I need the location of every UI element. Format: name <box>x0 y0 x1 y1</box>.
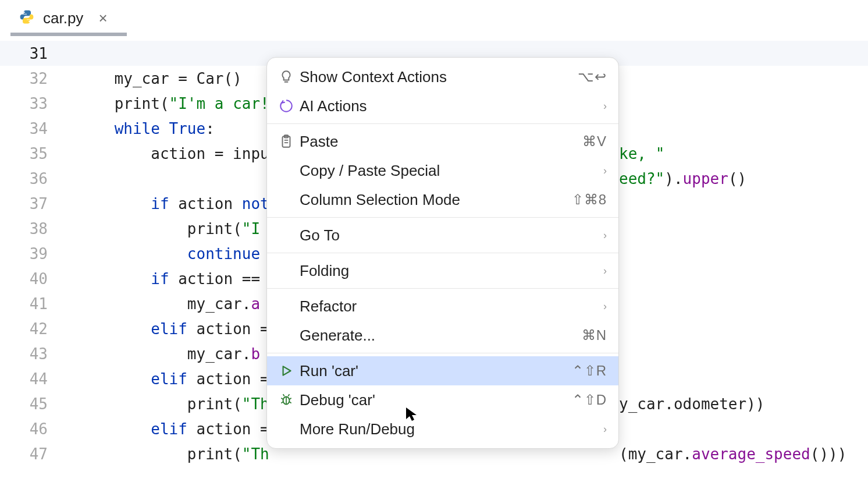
menu-label: Go To <box>300 226 597 244</box>
menu-item-go-to[interactable]: Go To› <box>267 221 618 250</box>
line-number: 42 <box>0 316 76 341</box>
bug-icon <box>276 392 296 407</box>
menu-label: Refactor <box>300 297 597 316</box>
menu-item-column-selection-mode[interactable]: Column Selection Mode⇧⌘8 <box>267 185 618 214</box>
menu-label: More Run/Debug <box>300 420 597 438</box>
chevron-right-icon: › <box>603 423 607 435</box>
menu-label: Generate... <box>300 327 582 345</box>
tab-car-py[interactable]: car.py × <box>10 0 116 36</box>
python-file-icon <box>19 9 35 27</box>
menu-shortcut: ⇧⌘8 <box>572 192 607 208</box>
menu-item-generate[interactable]: Generate...⌘N <box>267 321 618 350</box>
menu-separator <box>267 353 618 353</box>
line-number: 38 <box>0 216 76 241</box>
menu-label: Column Selection Mode <box>300 191 572 209</box>
menu-label: AI Actions <box>300 97 597 115</box>
menu-item-refactor[interactable]: Refactor› <box>267 292 618 321</box>
line-number: 37 <box>0 191 76 216</box>
menu-shortcut: ⌃⇧R <box>572 363 607 379</box>
svg-point-0 <box>23 12 24 13</box>
menu-item-paste[interactable]: Paste⌘V <box>267 127 618 156</box>
line-number: 44 <box>0 366 76 391</box>
menu-separator <box>267 123 618 124</box>
line-number: 47 <box>0 441 76 466</box>
line-number: 36 <box>0 166 76 191</box>
menu-item-debug-car[interactable]: Debug 'car'⌃⇧D <box>267 385 618 414</box>
close-icon[interactable]: × <box>98 9 107 27</box>
line-number: 32 <box>0 66 76 91</box>
menu-label: Copy / Paste Special <box>300 162 597 180</box>
menu-shortcut: ⌘N <box>582 327 607 343</box>
line-number: 31 <box>0 41 76 66</box>
menu-item-copy-paste-special[interactable]: Copy / Paste Special› <box>267 156 618 185</box>
line-number: 34 <box>0 116 76 141</box>
menu-separator <box>267 288 618 289</box>
menu-shortcut: ⌘V <box>582 133 607 150</box>
menu-separator <box>267 253 618 253</box>
ai-icon <box>276 98 296 114</box>
chevron-right-icon: › <box>603 100 607 112</box>
line-number: 40 <box>0 266 76 291</box>
menu-label: Debug 'car' <box>300 391 572 409</box>
context-menu: Show Context Actions⌥↩AI Actions›Paste⌘V… <box>266 57 619 449</box>
line-number: 46 <box>0 416 76 441</box>
svg-point-1 <box>29 21 30 22</box>
menu-separator <box>267 217 618 218</box>
menu-item-folding[interactable]: Folding› <box>267 256 618 285</box>
chevron-right-icon: › <box>603 265 607 277</box>
lightbulb-icon <box>276 69 296 84</box>
menu-item-show-context-actions[interactable]: Show Context Actions⌥↩ <box>267 62 618 91</box>
menu-label: Run 'car' <box>300 362 572 380</box>
line-number: 45 <box>0 391 76 416</box>
line-number: 43 <box>0 341 76 366</box>
chevron-right-icon: › <box>603 165 607 177</box>
play-icon <box>276 363 296 378</box>
tab-bar: car.py × <box>0 0 868 36</box>
chevron-right-icon: › <box>603 300 607 313</box>
line-number: 39 <box>0 241 76 266</box>
cursor-icon <box>405 406 418 426</box>
menu-label: Folding <box>300 262 597 280</box>
gutter: 3132333435363738394041424344454647 <box>0 36 76 482</box>
menu-shortcut: ⌥↩ <box>578 69 607 85</box>
tab-label: car.py <box>43 9 83 27</box>
menu-item-ai-actions[interactable]: AI Actions› <box>267 91 618 120</box>
menu-shortcut: ⌃⇧D <box>572 392 607 408</box>
menu-item-more-run-debug[interactable]: More Run/Debug› <box>267 414 618 444</box>
menu-label: Show Context Actions <box>300 68 578 86</box>
line-number: 41 <box>0 291 76 316</box>
line-number: 33 <box>0 91 76 116</box>
menu-item-run-car[interactable]: Run 'car'⌃⇧R <box>267 356 618 385</box>
clipboard-icon <box>276 134 296 149</box>
chevron-right-icon: › <box>603 229 607 242</box>
line-number: 35 <box>0 141 76 166</box>
menu-label: Paste <box>300 133 582 151</box>
